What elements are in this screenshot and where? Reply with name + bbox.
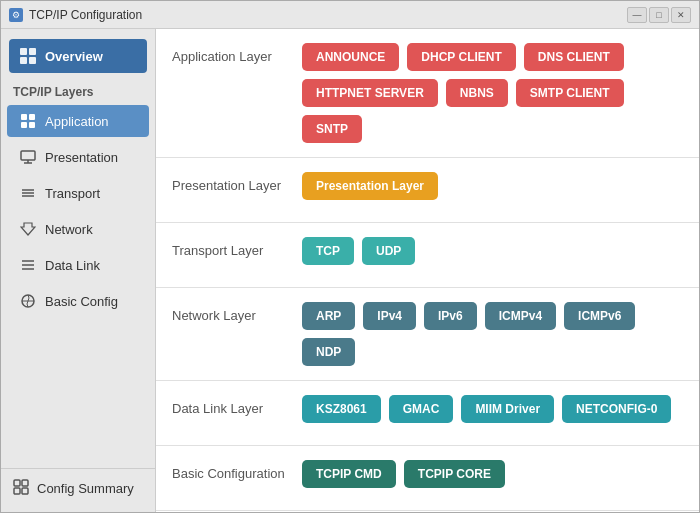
chip-announce[interactable]: ANNOUNCE [302,43,399,71]
layer-chips-network: ARPIPv4IPv6ICMPv4ICMPv6NDP [302,302,683,366]
transport-icon [19,184,37,202]
chip-miim-driver[interactable]: MIIM Driver [461,395,554,423]
chip-sntp[interactable]: SNTP [302,115,362,143]
svg-rect-4 [21,114,27,120]
overview-label: Overview [45,49,103,64]
chip-smtp-client[interactable]: SMTP CLIENT [516,79,624,107]
layer-label-presentation: Presentation Layer [172,172,302,193]
svg-rect-1 [29,48,36,55]
chip-arp[interactable]: ARP [302,302,355,330]
svg-rect-5 [29,114,35,120]
svg-rect-22 [22,488,28,494]
layer-chips-datalink: KSZ8061GMACMIIM DriverNETCONFIG-0 [302,395,683,423]
chip-tcpip-core[interactable]: TCPIP CORE [404,460,505,488]
svg-rect-7 [29,122,35,128]
svg-rect-3 [29,57,36,64]
chip-dhcp-client[interactable]: DHCP CLIENT [407,43,515,71]
layer-row-basic: Basic ConfigurationTCPIP CMDTCPIP CORE [156,446,699,511]
layers-heading: TCP/IP Layers [1,79,155,103]
datalink-label: Data Link [45,258,100,273]
chip-dns-client[interactable]: DNS CLIENT [524,43,624,71]
main-window: ⚙ TCP/IP Configuration — □ ✕ Overview [0,0,700,513]
content-area: Overview TCP/IP Layers Application [1,29,699,512]
chip-netconfig-0[interactable]: NETCONFIG-0 [562,395,671,423]
config-summary-icon [13,479,29,498]
transport-label: Transport [45,186,100,201]
layer-label-transport: Transport Layer [172,237,302,258]
basicconfig-label: Basic Config [45,294,118,309]
layer-label-datalink: Data Link Layer [172,395,302,416]
application-label: Application [45,114,109,129]
svg-rect-2 [20,57,27,64]
sidebar-item-transport[interactable]: Transport [7,177,149,209]
layer-chips-presentation: Presentation Layer [302,172,683,200]
chip-udp[interactable]: UDP [362,237,415,265]
title-bar: ⚙ TCP/IP Configuration — □ ✕ [1,1,699,29]
layer-chips-transport: TCPUDP [302,237,683,265]
chip-ndp[interactable]: NDP [302,338,355,366]
layer-row-presentation: Presentation LayerPresentation Layer [156,158,699,223]
main-content: Application LayerANNOUNCEDHCP CLIENTDNS … [156,29,699,512]
application-icon [19,112,37,130]
presentation-label: Presentation [45,150,118,165]
layer-row-datalink: Data Link LayerKSZ8061GMACMIIM DriverNET… [156,381,699,446]
sidebar-item-datalink[interactable]: Data Link [7,249,149,281]
sidebar-item-basicconfig[interactable]: Basic Config [7,285,149,317]
basicconfig-icon [19,292,37,310]
svg-rect-20 [22,480,28,486]
sidebar-item-presentation[interactable]: Presentation [7,141,149,173]
maximize-button[interactable]: □ [649,7,669,23]
layer-row-network: Network LayerARPIPv4IPv6ICMPv4ICMPv6NDP [156,288,699,381]
layer-label-application: Application Layer [172,43,302,64]
chip-icmpv6[interactable]: ICMPv6 [564,302,635,330]
sidebar: Overview TCP/IP Layers Application [1,29,156,512]
chip-presentation-layer[interactable]: Presentation Layer [302,172,438,200]
chip-nbns[interactable]: NBNS [446,79,508,107]
chip-ipv6[interactable]: IPv6 [424,302,477,330]
sidebar-item-network[interactable]: Network [7,213,149,245]
layer-label-basic: Basic Configuration [172,460,302,481]
svg-rect-6 [21,122,27,128]
chip-gmac[interactable]: GMAC [389,395,454,423]
chip-tcp[interactable]: TCP [302,237,354,265]
layer-chips-basic: TCPIP CMDTCPIP CORE [302,460,683,488]
app-icon: ⚙ [9,8,23,22]
chip-httpnet-server[interactable]: HTTPNET SERVER [302,79,438,107]
layer-row-application: Application LayerANNOUNCEDHCP CLIENTDNS … [156,29,699,158]
presentation-icon [19,148,37,166]
datalink-icon [19,256,37,274]
layer-chips-application: ANNOUNCEDHCP CLIENTDNS CLIENTHTTPNET SER… [302,43,683,143]
network-label: Network [45,222,93,237]
overview-button[interactable]: Overview [9,39,147,73]
window-controls: — □ ✕ [627,7,691,23]
layer-row-transport: Transport LayerTCPUDP [156,223,699,288]
layer-label-network: Network Layer [172,302,302,323]
svg-rect-8 [21,151,35,160]
chip-tcpip-cmd[interactable]: TCPIP CMD [302,460,396,488]
window-title: TCP/IP Configuration [29,8,142,22]
sidebar-item-application[interactable]: Application [7,105,149,137]
overview-icon [19,47,37,65]
chip-ipv4[interactable]: IPv4 [363,302,416,330]
close-button[interactable]: ✕ [671,7,691,23]
sidebar-bottom: Config Summary [1,468,155,508]
config-summary-button[interactable]: Config Summary [1,469,155,508]
title-bar-left: ⚙ TCP/IP Configuration [9,8,142,22]
minimize-button[interactable]: — [627,7,647,23]
svg-rect-21 [14,488,20,494]
config-summary-label: Config Summary [37,481,134,496]
svg-rect-0 [20,48,27,55]
chip-icmpv4[interactable]: ICMPv4 [485,302,556,330]
chip-ksz8061[interactable]: KSZ8061 [302,395,381,423]
svg-rect-19 [14,480,20,486]
network-icon [19,220,37,238]
